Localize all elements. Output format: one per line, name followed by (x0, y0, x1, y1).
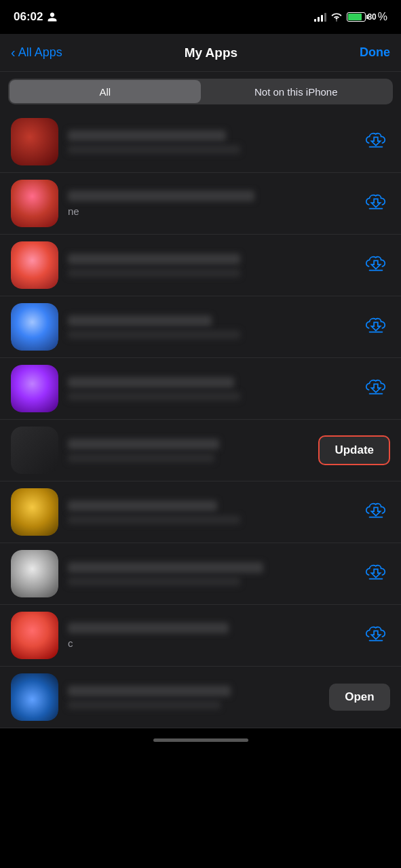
home-indicator (0, 728, 401, 751)
app-list: ne Update c Open (0, 111, 401, 728)
app-name (68, 377, 234, 388)
app-subtitle (68, 392, 240, 401)
app-row: Update (0, 420, 401, 481)
app-action-area (362, 127, 390, 156)
app-icon (11, 365, 58, 412)
segment-container: All Not on this iPhone (0, 72, 401, 111)
app-name (68, 315, 212, 326)
app-info (68, 254, 355, 277)
battery-indicator: 80 % (347, 11, 387, 23)
app-name (68, 686, 231, 696)
app-icon (11, 303, 58, 351)
battery-percentage: 80 (367, 12, 376, 22)
app-info: ne (68, 191, 355, 217)
cloud-download-button[interactable] (362, 559, 390, 588)
app-subtitle (68, 269, 240, 277)
app-subtitle (68, 701, 221, 709)
cloud-download-button[interactable] (362, 127, 390, 156)
back-label: All Apps (18, 45, 62, 60)
app-row: Open (0, 667, 401, 728)
app-subtitle (68, 577, 240, 586)
person-icon (47, 12, 58, 22)
cloud-download-button[interactable] (362, 621, 390, 650)
app-subtitle: c (68, 637, 355, 649)
app-action-area (362, 498, 390, 526)
page-title: My Apps (185, 45, 237, 60)
app-icon (11, 550, 58, 597)
app-name (68, 439, 219, 450)
app-subtitle (68, 330, 240, 339)
app-subtitle: ne (68, 205, 355, 217)
wifi-icon (330, 12, 343, 22)
battery-box (347, 12, 366, 22)
status-time: 06:02 (14, 10, 58, 24)
app-icon (11, 118, 58, 165)
app-action-area: Open (329, 684, 390, 711)
app-row: c (0, 605, 401, 667)
chevron-left-icon: ‹ (11, 45, 16, 60)
back-button[interactable]: ‹ All Apps (11, 45, 62, 60)
app-info (68, 500, 355, 524)
app-row (0, 543, 401, 605)
app-icon (11, 180, 58, 227)
app-icon (11, 488, 58, 536)
app-action-area (362, 559, 390, 588)
app-name (68, 254, 240, 264)
cloud-download-button[interactable] (362, 251, 390, 279)
app-action-area (362, 189, 390, 218)
battery-fill (348, 14, 361, 20)
signal-icon (314, 12, 326, 22)
open-button[interactable]: Open (329, 684, 390, 711)
status-bar: 06:02 80 % (0, 0, 401, 34)
status-right: 80 % (314, 11, 387, 23)
app-info (68, 686, 322, 709)
app-action-area (362, 621, 390, 650)
app-row: ne (0, 173, 401, 235)
app-info (68, 377, 355, 401)
cloud-download-button[interactable] (362, 189, 390, 218)
app-row (0, 481, 401, 543)
app-name (68, 562, 263, 573)
app-name (68, 623, 229, 633)
app-name (68, 130, 226, 141)
app-info (68, 130, 355, 154)
cloud-download-button[interactable] (362, 313, 390, 341)
app-info: c (68, 623, 355, 649)
app-info (68, 562, 355, 586)
app-row (0, 235, 401, 296)
done-button[interactable]: Done (360, 45, 390, 60)
battery-percent-sign: % (378, 11, 387, 23)
app-row (0, 358, 401, 420)
home-bar (153, 738, 248, 742)
segment-not-on-iphone[interactable]: Not on this iPhone (201, 80, 392, 103)
app-info (68, 315, 355, 339)
app-subtitle (68, 454, 214, 462)
app-icon (11, 673, 58, 721)
app-icon (11, 241, 58, 289)
app-row (0, 296, 401, 358)
app-icon (11, 612, 58, 659)
app-name (68, 500, 217, 511)
app-subtitle (68, 515, 240, 524)
app-info (68, 439, 311, 462)
segment-all[interactable]: All (9, 80, 201, 103)
time-display: 06:02 (14, 10, 43, 24)
cloud-download-button[interactable] (362, 498, 390, 526)
app-action-area (362, 374, 390, 403)
update-button[interactable]: Update (318, 435, 390, 465)
app-subtitle (68, 145, 240, 154)
navigation-bar: ‹ All Apps My Apps Done (0, 34, 401, 72)
app-icon (11, 427, 58, 474)
app-action-area (362, 251, 390, 279)
app-action-area (362, 313, 390, 341)
segment-control: All Not on this iPhone (8, 79, 393, 104)
cloud-download-button[interactable] (362, 374, 390, 403)
app-action-area: Update (318, 435, 390, 465)
app-row (0, 111, 401, 173)
app-name (68, 191, 254, 201)
